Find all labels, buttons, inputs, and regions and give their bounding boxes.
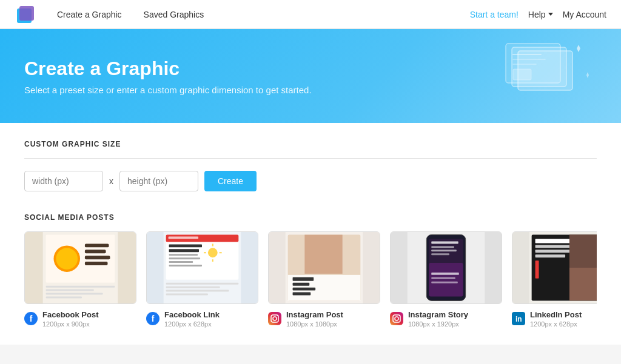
- card-text-linkedin-post: LinkedIn Post1200px x 628px: [530, 310, 582, 328]
- card-size: 1080px x 1920px: [408, 320, 468, 328]
- height-input[interactable]: [119, 171, 198, 191]
- x-separator: x: [109, 176, 113, 186]
- card-preview-instagram-post: [268, 231, 380, 304]
- svg-rect-69: [429, 263, 463, 296]
- main-content: CUSTOM GRAPHIC SIZE x Create SOCIAL MEDI…: [0, 123, 621, 345]
- svg-rect-23: [46, 293, 103, 295]
- instagram-icon: [268, 312, 281, 325]
- my-account-button[interactable]: My Account: [563, 10, 606, 19]
- svg-rect-28: [147, 232, 164, 304]
- svg-rect-51: [269, 232, 286, 304]
- card-title: LinkedIn Post: [530, 310, 582, 320]
- svg-rect-8: [513, 69, 531, 80]
- svg-rect-18: [85, 250, 106, 253]
- custom-size-row: x Create: [24, 171, 597, 191]
- nav-saved-graphics[interactable]: Saved Graphics: [133, 0, 215, 29]
- card-title: Instagram Story: [408, 310, 468, 320]
- card-facebook-post[interactable]: fFacebook Post1200px x 900px: [24, 231, 136, 328]
- facebook-icon: f: [24, 312, 38, 325]
- svg-rect-70: [431, 241, 458, 243]
- create-button[interactable]: Create: [204, 171, 257, 191]
- card-size: 1200px x 628px: [164, 320, 220, 328]
- svg-rect-82: [512, 232, 529, 304]
- svg-rect-59: [293, 293, 311, 296]
- nav-links: Create a Graphic Saved Graphics: [46, 0, 215, 29]
- svg-rect-38: [169, 244, 202, 247]
- start-team-button[interactable]: Start a team!: [470, 10, 519, 19]
- svg-rect-13: [118, 232, 136, 304]
- svg-rect-56: [293, 277, 314, 281]
- svg-point-63: [277, 315, 278, 316]
- hero-section: Create a Graphic Select a preset size or…: [0, 29, 621, 123]
- help-label: Help: [528, 10, 546, 19]
- svg-rect-42: [169, 261, 193, 263]
- svg-rect-46: [166, 290, 229, 292]
- card-preview-instagram-story: [390, 231, 502, 304]
- hero-text: Create a Graphic Select a preset size or…: [24, 58, 312, 95]
- card-facebook-link[interactable]: fFacebook Link1200px x 628px: [146, 231, 258, 328]
- svg-rect-47: [166, 294, 208, 296]
- facebook-icon: f: [146, 312, 159, 325]
- nav-create-graphic[interactable]: Create a Graphic: [46, 0, 133, 29]
- svg-rect-17: [85, 243, 109, 247]
- social-media-cards: fFacebook Post1200px x 900px: [24, 231, 597, 328]
- svg-rect-57: [293, 283, 310, 286]
- card-preview-facebook-post: [24, 231, 136, 304]
- svg-rect-39: [169, 249, 199, 252]
- svg-rect-12: [25, 232, 43, 304]
- card-linkedin-post[interactable]: inLinkedIn Post1200px x 628px: [512, 231, 597, 328]
- custom-size-section: CUSTOM GRAPHIC SIZE x Create: [24, 140, 597, 191]
- card-size: 1080px x 1080px: [286, 320, 343, 328]
- app-logo[interactable]: [15, 4, 36, 25]
- card-text-instagram-story: Instagram Story1080px x 1920px: [408, 310, 468, 328]
- card-preview-linkedin-post: [512, 231, 597, 304]
- card-info-instagram-post: Instagram Post1080px x 1080px: [268, 310, 380, 328]
- svg-rect-60: [268, 312, 281, 325]
- svg-rect-41: [169, 257, 200, 259]
- help-button[interactable]: Help: [528, 10, 553, 19]
- svg-rect-87: [535, 250, 574, 253]
- svg-rect-58: [293, 288, 316, 291]
- svg-rect-74: [431, 273, 459, 275]
- divider: [24, 158, 597, 159]
- svg-rect-1: [19, 6, 34, 21]
- custom-size-label: CUSTOM GRAPHIC SIZE: [24, 140, 597, 148]
- card-title: Instagram Post: [286, 310, 343, 320]
- svg-rect-65: [391, 232, 408, 304]
- card-text-facebook-post: Facebook Post1200px x 900px: [42, 310, 98, 328]
- card-size: 1200px x 628px: [530, 320, 582, 328]
- card-title: Facebook Link: [164, 310, 220, 320]
- card-instagram-post[interactable]: Instagram Post1080px x 1080px: [268, 231, 380, 328]
- svg-rect-89: [535, 260, 539, 279]
- hero-illustration: [500, 39, 597, 108]
- svg-point-80: [399, 315, 400, 316]
- svg-text:f: f: [30, 314, 33, 323]
- social-media-label: SOCIAL MEDIA POSTS: [24, 213, 597, 222]
- hero-title: Create a Graphic: [24, 58, 312, 80]
- svg-rect-45: [166, 286, 220, 288]
- svg-rect-86: [535, 245, 571, 248]
- svg-rect-73: [431, 253, 449, 255]
- card-text-instagram-post: Instagram Post1080px x 1080px: [286, 310, 343, 328]
- svg-rect-21: [46, 286, 115, 288]
- svg-rect-52: [363, 232, 380, 304]
- card-text-facebook-link: Facebook Link1200px x 628px: [164, 310, 220, 328]
- svg-marker-9: [577, 45, 580, 52]
- card-instagram-story[interactable]: Instagram Story1080px x 1920px: [390, 231, 502, 328]
- linkedin-icon: in: [512, 312, 525, 325]
- svg-rect-76: [431, 282, 458, 283]
- chevron-down-icon: [548, 13, 553, 16]
- svg-rect-75: [431, 277, 455, 279]
- width-input[interactable]: [24, 171, 103, 191]
- card-info-instagram-story: Instagram Story1080px x 1920px: [390, 310, 502, 328]
- svg-rect-20: [85, 262, 108, 265]
- social-media-section: SOCIAL MEDIA POSTS fFacebook Post1200px …: [24, 213, 597, 328]
- card-info-facebook-post: fFacebook Post1200px x 900px: [24, 310, 136, 328]
- svg-rect-43: [169, 265, 202, 266]
- svg-marker-10: [586, 72, 589, 78]
- svg-rect-71: [431, 246, 454, 248]
- svg-rect-24: [46, 296, 82, 298]
- svg-rect-22: [46, 290, 94, 291]
- svg-rect-88: [535, 254, 565, 257]
- instagram-icon: [390, 312, 403, 325]
